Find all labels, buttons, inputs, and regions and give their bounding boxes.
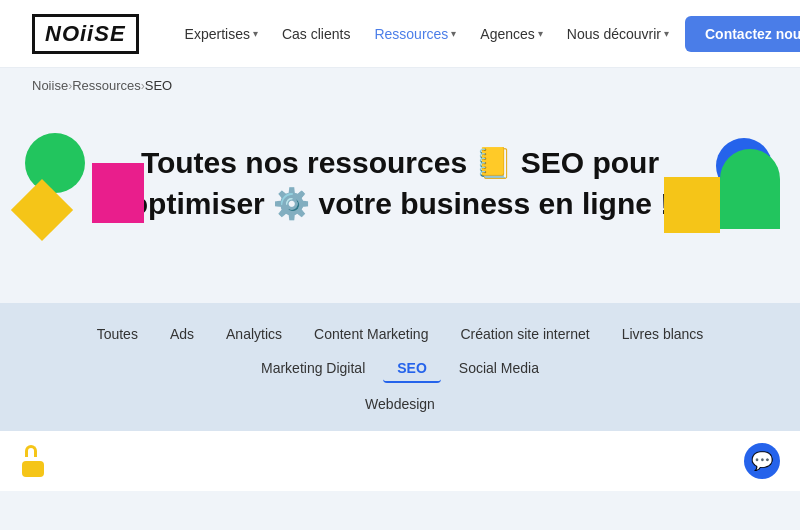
decorative-shapes-left	[20, 133, 144, 232]
filter-tab-toutes[interactable]: Toutes	[83, 321, 152, 347]
hero-title: Toutes nos ressources 📒 SEO pour optimis…	[120, 143, 680, 224]
nav-item-expertises[interactable]: Expertises▾	[175, 20, 268, 48]
lock-shackle	[25, 445, 37, 457]
hero-section: Toutes nos ressources 📒 SEO pour optimis…	[0, 103, 800, 303]
logo[interactable]: NOiiSE	[32, 14, 139, 54]
chevron-icon: ▾	[253, 28, 258, 39]
chat-icon: 💬	[751, 450, 773, 472]
rect-yellow-shape	[664, 177, 720, 233]
filter-tab-ads[interactable]: Ads	[156, 321, 208, 347]
lock-body	[22, 461, 44, 477]
navbar: NOiiSE Expertises▾Cas clientsRessources▾…	[0, 0, 800, 68]
filter-tab-analytics[interactable]: Analytics	[212, 321, 296, 347]
filter-tab-content-marketing[interactable]: Content Marketing	[300, 321, 442, 347]
nav-item-nous-découvrir[interactable]: Nous découvrir▾	[557, 20, 679, 48]
filter-row-2: Webdesign	[20, 391, 780, 417]
bottom-bar: 💬	[0, 431, 800, 491]
rect-pink-shape	[92, 163, 144, 223]
filter-tab-webdesign[interactable]: Webdesign	[351, 391, 449, 417]
chevron-icon: ▾	[451, 28, 456, 39]
lock-icon[interactable]	[20, 445, 46, 477]
filter-tab-seo[interactable]: SEO	[383, 355, 441, 383]
half-circle-green-shape	[720, 149, 780, 229]
contact-button[interactable]: Contactez nous ›	[685, 16, 800, 52]
chevron-icon: ▾	[538, 28, 543, 39]
nav-links: Expertises▾Cas clientsRessources▾Agences…	[175, 16, 800, 52]
circle-green-shape	[25, 133, 85, 193]
filter-tab-livres-blancs[interactable]: Livres blancs	[608, 321, 718, 347]
filter-section: ToutesAdsAnalyticsContent MarketingCréat…	[0, 303, 800, 431]
breadcrumb-current: SEO	[145, 78, 172, 93]
nav-item-cas-clients[interactable]: Cas clients	[272, 20, 360, 48]
decorative-shapes-right	[700, 123, 790, 233]
chat-bubble-button[interactable]: 💬	[744, 443, 780, 479]
filter-tab-création-site-internet[interactable]: Création site internet	[446, 321, 603, 347]
breadcrumb-link-noiise[interactable]: Noiise	[32, 78, 68, 93]
filter-tab-social-media[interactable]: Social Media	[445, 355, 553, 383]
breadcrumb: Noiise›Ressources›SEO	[0, 68, 800, 103]
nav-item-ressources[interactable]: Ressources▾	[364, 20, 466, 48]
nav-item-agences[interactable]: Agences▾	[470, 20, 552, 48]
breadcrumb-link-ressources[interactable]: Ressources	[72, 78, 141, 93]
chevron-icon: ▾	[664, 28, 669, 39]
filter-tab-marketing-digital[interactable]: Marketing Digital	[247, 355, 379, 383]
